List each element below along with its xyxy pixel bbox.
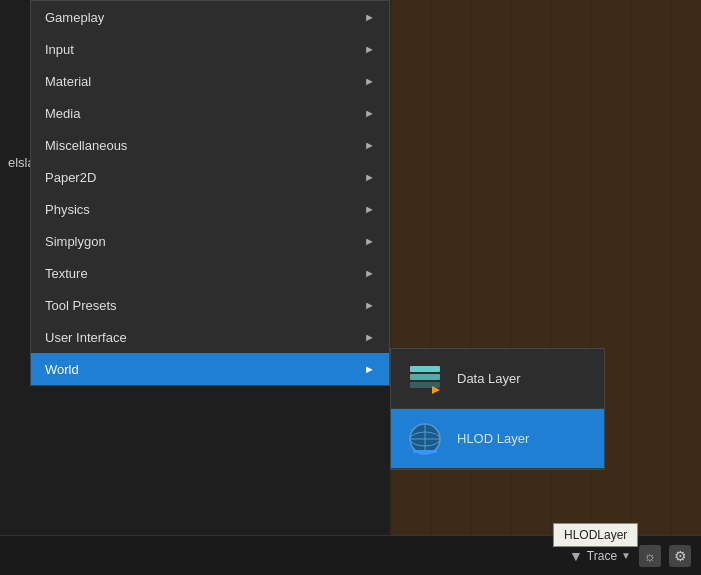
menu-item-gameplay[interactable]: Gameplay ► [31,1,389,33]
menu-item-miscellaneous-label: Miscellaneous [45,138,127,153]
grid-settings-icon[interactable]: ☼ [639,545,661,567]
menu-item-texture[interactable]: Texture ► [31,257,389,289]
data-layer-label: Data Layer [457,371,521,386]
menu-item-tool-presets[interactable]: Tool Presets ► [31,289,389,321]
menu-item-input[interactable]: Input ► [31,33,389,65]
menu-item-miscellaneous[interactable]: Miscellaneous ► [31,129,389,161]
hlod-tooltip: HLODLayer [553,523,638,547]
hlod-tooltip-text: HLODLayer [564,528,627,542]
chevron-right-icon: ► [364,331,375,343]
bottom-bar-right: ▼ Trace ▼ ☼ ⚙ [569,545,691,567]
hlod-layer-label: HLOD Layer [457,431,529,446]
trace-chevron-icon: ▼ [621,550,631,561]
menu-item-media-label: Media [45,106,80,121]
chevron-right-icon: ► [364,363,375,375]
menu-item-user-interface[interactable]: User Interface ► [31,321,389,353]
svg-rect-1 [410,374,440,380]
trace-label-text: Trace [587,549,617,563]
trace-icon: ▼ [569,548,583,564]
chevron-right-icon: ► [364,107,375,119]
svg-rect-2 [410,382,440,388]
svg-rect-8 [413,450,437,453]
svg-rect-0 [410,366,440,372]
menu-item-material-label: Material [45,74,91,89]
menu-item-physics-label: Physics [45,202,90,217]
menu-item-paper2d-label: Paper2D [45,170,96,185]
chevron-right-icon: ► [364,299,375,311]
dropdown-menu: Gameplay ► Input ► Material ► Media ► Mi… [30,0,390,386]
menu-item-texture-label: Texture [45,266,88,281]
chevron-right-icon: ► [364,171,375,183]
trace-section: ▼ Trace ▼ [569,548,631,564]
chevron-right-icon: ► [364,43,375,55]
menu-item-simplygon[interactable]: Simplygon ► [31,225,389,257]
menu-item-user-interface-label: User Interface [45,330,127,345]
menu-item-world[interactable]: World ► [31,353,389,385]
layer-item-data-layer[interactable]: Data Layer [391,349,604,409]
chevron-right-icon: ► [364,267,375,279]
layer-panel: Data Layer HLOD Layer [390,348,605,470]
layer-item-hlod-layer[interactable]: HLOD Layer [391,409,604,469]
chevron-right-icon: ► [364,203,375,215]
data-layer-icon [403,357,447,401]
chevron-right-icon: ► [364,11,375,23]
menu-item-tool-presets-label: Tool Presets [45,298,117,313]
menu-item-world-label: World [45,362,79,377]
menu-item-paper2d[interactable]: Paper2D ► [31,161,389,193]
menu-item-input-label: Input [45,42,74,57]
settings-icon[interactable]: ⚙ [669,545,691,567]
chevron-right-icon: ► [364,139,375,151]
menu-item-material[interactable]: Material ► [31,65,389,97]
menu-item-physics[interactable]: Physics ► [31,193,389,225]
menu-item-media[interactable]: Media ► [31,97,389,129]
chevron-right-icon: ► [364,235,375,247]
hlod-layer-icon [403,417,447,461]
chevron-right-icon: ► [364,75,375,87]
menu-item-gameplay-label: Gameplay [45,10,104,25]
menu-item-simplygon-label: Simplygon [45,234,106,249]
